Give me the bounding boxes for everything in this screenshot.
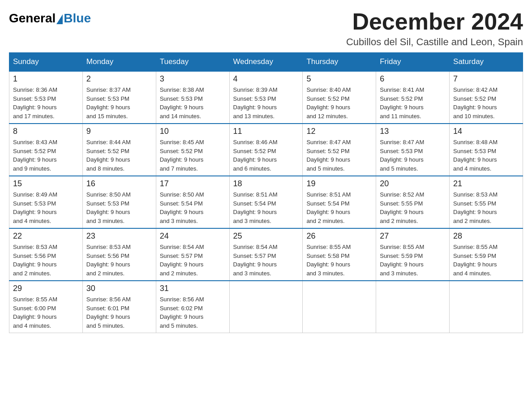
calendar-cell: 16Sunrise: 8:50 AMSunset: 5:53 PMDayligh… — [82, 176, 156, 228]
calendar-cell: 20Sunrise: 8:52 AMSunset: 5:55 PMDayligh… — [376, 176, 450, 228]
calendar-cell: 19Sunrise: 8:51 AMSunset: 5:54 PMDayligh… — [303, 176, 376, 228]
calendar-week-row: 1Sunrise: 8:36 AMSunset: 5:53 PMDaylight… — [9, 71, 523, 124]
day-info: Sunrise: 8:46 AMSunset: 5:52 PMDaylight:… — [233, 138, 299, 173]
calendar-header-tuesday: Tuesday — [156, 53, 229, 72]
calendar-cell: 21Sunrise: 8:53 AMSunset: 5:55 PMDayligh… — [450, 176, 523, 228]
day-number: 22 — [13, 231, 79, 241]
day-info: Sunrise: 8:55 AMSunset: 5:59 PMDaylight:… — [380, 243, 446, 278]
day-info: Sunrise: 8:51 AMSunset: 5:54 PMDaylight:… — [306, 190, 372, 225]
day-number: 11 — [233, 127, 299, 136]
day-number: 5 — [306, 74, 372, 84]
day-info: Sunrise: 8:52 AMSunset: 5:55 PMDaylight:… — [380, 190, 446, 225]
calendar-cell: 15Sunrise: 8:49 AMSunset: 5:53 PMDayligh… — [9, 176, 83, 228]
calendar-header-thursday: Thursday — [303, 53, 376, 72]
day-info: Sunrise: 8:49 AMSunset: 5:53 PMDaylight:… — [13, 190, 79, 225]
logo-general-text: General — [9, 11, 56, 26]
calendar-cell: 26Sunrise: 8:55 AMSunset: 5:58 PMDayligh… — [303, 228, 376, 281]
calendar-cell: 6Sunrise: 8:41 AMSunset: 5:52 PMDaylight… — [376, 71, 450, 124]
calendar-cell: 1Sunrise: 8:36 AMSunset: 5:53 PMDaylight… — [9, 71, 83, 124]
calendar-cell: 30Sunrise: 8:56 AMSunset: 6:01 PMDayligh… — [82, 281, 156, 333]
calendar-cell: 3Sunrise: 8:38 AMSunset: 5:53 PMDaylight… — [156, 71, 229, 124]
calendar-cell: 23Sunrise: 8:53 AMSunset: 5:56 PMDayligh… — [82, 228, 156, 281]
day-info: Sunrise: 8:51 AMSunset: 5:54 PMDaylight:… — [233, 190, 299, 225]
day-info: Sunrise: 8:48 AMSunset: 5:53 PMDaylight:… — [453, 138, 519, 173]
calendar-header-wednesday: Wednesday — [229, 53, 303, 72]
day-info: Sunrise: 8:42 AMSunset: 5:52 PMDaylight:… — [453, 86, 519, 120]
calendar-cell: 25Sunrise: 8:54 AMSunset: 5:57 PMDayligh… — [229, 228, 303, 281]
day-number: 31 — [160, 284, 226, 293]
calendar-header-friday: Friday — [376, 53, 450, 72]
day-info: Sunrise: 8:41 AMSunset: 5:52 PMDaylight:… — [380, 86, 446, 120]
calendar-cell — [450, 281, 523, 333]
calendar-cell: 10Sunrise: 8:45 AMSunset: 5:52 PMDayligh… — [156, 124, 229, 176]
calendar-cell: 27Sunrise: 8:55 AMSunset: 5:59 PMDayligh… — [376, 228, 450, 281]
day-number: 24 — [160, 231, 226, 241]
logo-triangle-icon — [56, 14, 63, 24]
day-info: Sunrise: 8:53 AMSunset: 5:55 PMDaylight:… — [453, 190, 519, 225]
calendar-cell: 9Sunrise: 8:44 AMSunset: 5:52 PMDaylight… — [82, 124, 156, 176]
day-number: 8 — [13, 127, 79, 136]
calendar-header-saturday: Saturday — [450, 53, 523, 72]
day-number: 23 — [86, 231, 152, 241]
calendar-cell — [303, 281, 376, 333]
day-number: 12 — [306, 127, 372, 136]
day-number: 15 — [13, 179, 79, 188]
day-number: 27 — [380, 231, 446, 241]
day-info: Sunrise: 8:50 AMSunset: 5:53 PMDaylight:… — [86, 190, 152, 225]
day-info: Sunrise: 8:44 AMSunset: 5:52 PMDaylight:… — [86, 138, 152, 173]
page-subtitle: Cubillos del Sil, Castille and Leon, Spa… — [346, 36, 523, 48]
day-number: 7 — [453, 74, 519, 84]
calendar-cell — [376, 281, 450, 333]
logo: General Blue — [9, 9, 91, 26]
calendar-cell — [229, 281, 303, 333]
calendar-cell: 5Sunrise: 8:40 AMSunset: 5:52 PMDaylight… — [303, 71, 376, 124]
day-info: Sunrise: 8:56 AMSunset: 6:01 PMDaylight:… — [86, 295, 152, 330]
day-number: 14 — [453, 127, 519, 136]
day-number: 3 — [160, 74, 226, 84]
day-info: Sunrise: 8:54 AMSunset: 5:57 PMDaylight:… — [233, 243, 299, 278]
day-number: 25 — [233, 231, 299, 241]
calendar-cell: 24Sunrise: 8:54 AMSunset: 5:57 PMDayligh… — [156, 228, 229, 281]
day-info: Sunrise: 8:47 AMSunset: 5:53 PMDaylight:… — [380, 138, 446, 173]
calendar-cell: 4Sunrise: 8:39 AMSunset: 5:53 PMDaylight… — [229, 71, 303, 124]
day-info: Sunrise: 8:54 AMSunset: 5:57 PMDaylight:… — [160, 243, 226, 278]
day-number: 19 — [306, 179, 372, 188]
page-title: December 2024 — [346, 9, 523, 34]
calendar-week-row: 8Sunrise: 8:43 AMSunset: 5:52 PMDaylight… — [9, 124, 523, 176]
calendar-week-row: 15Sunrise: 8:49 AMSunset: 5:53 PMDayligh… — [9, 176, 523, 228]
day-info: Sunrise: 8:38 AMSunset: 5:53 PMDaylight:… — [160, 86, 226, 120]
calendar-cell: 13Sunrise: 8:47 AMSunset: 5:53 PMDayligh… — [376, 124, 450, 176]
calendar-cell: 11Sunrise: 8:46 AMSunset: 5:52 PMDayligh… — [229, 124, 303, 176]
calendar-week-row: 22Sunrise: 8:53 AMSunset: 5:56 PMDayligh… — [9, 228, 523, 281]
day-info: Sunrise: 8:37 AMSunset: 5:53 PMDaylight:… — [86, 86, 152, 120]
day-info: Sunrise: 8:40 AMSunset: 5:52 PMDaylight:… — [306, 86, 372, 120]
calendar-cell: 7Sunrise: 8:42 AMSunset: 5:52 PMDaylight… — [450, 71, 523, 124]
day-number: 28 — [453, 231, 519, 241]
day-info: Sunrise: 8:53 AMSunset: 5:56 PMDaylight:… — [86, 243, 152, 278]
day-number: 6 — [380, 74, 446, 84]
day-number: 10 — [160, 127, 226, 136]
calendar-header-sunday: Sunday — [9, 53, 83, 72]
calendar-cell: 8Sunrise: 8:43 AMSunset: 5:52 PMDaylight… — [9, 124, 83, 176]
day-number: 17 — [160, 179, 226, 188]
day-info: Sunrise: 8:43 AMSunset: 5:52 PMDaylight:… — [13, 138, 79, 173]
calendar-cell: 2Sunrise: 8:37 AMSunset: 5:53 PMDaylight… — [82, 71, 156, 124]
calendar-header-monday: Monday — [82, 53, 156, 72]
calendar-cell: 28Sunrise: 8:55 AMSunset: 5:59 PMDayligh… — [450, 228, 523, 281]
calendar-cell: 17Sunrise: 8:50 AMSunset: 5:54 PMDayligh… — [156, 176, 229, 228]
day-number: 2 — [86, 74, 152, 84]
calendar-cell: 12Sunrise: 8:47 AMSunset: 5:52 PMDayligh… — [303, 124, 376, 176]
calendar-header-row: SundayMondayTuesdayWednesdayThursdayFrid… — [9, 53, 523, 72]
calendar-cell: 22Sunrise: 8:53 AMSunset: 5:56 PMDayligh… — [9, 228, 83, 281]
day-info: Sunrise: 8:39 AMSunset: 5:53 PMDaylight:… — [233, 86, 299, 120]
calendar-cell: 14Sunrise: 8:48 AMSunset: 5:53 PMDayligh… — [450, 124, 523, 176]
day-number: 4 — [233, 74, 299, 84]
day-number: 1 — [13, 74, 79, 84]
day-info: Sunrise: 8:53 AMSunset: 5:56 PMDaylight:… — [13, 243, 79, 278]
day-info: Sunrise: 8:55 AMSunset: 5:58 PMDaylight:… — [306, 243, 372, 278]
day-number: 29 — [13, 284, 79, 293]
day-number: 16 — [86, 179, 152, 188]
calendar-table: SundayMondayTuesdayWednesdayThursdayFrid… — [9, 52, 523, 333]
header: General Blue December 2024 Cubillos del … — [9, 9, 523, 48]
day-number: 18 — [233, 179, 299, 188]
